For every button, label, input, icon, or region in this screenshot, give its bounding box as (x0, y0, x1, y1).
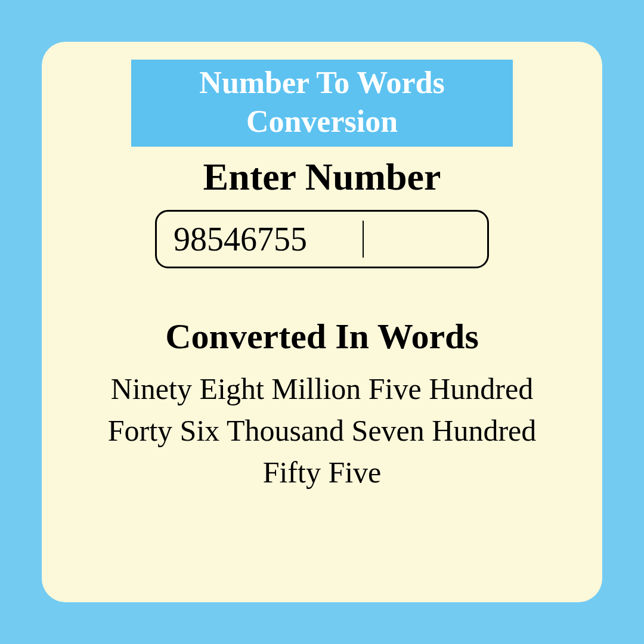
output-label: Converted In Words (165, 316, 479, 357)
input-label: Enter Number (203, 155, 441, 199)
converter-card: Number To Words Conversion Enter Number … (42, 42, 602, 602)
output-words: Ninety Eight Million Five Hundred Forty … (83, 368, 561, 493)
app-title: Number To Words Conversion (131, 60, 513, 147)
input-wrap (155, 210, 489, 268)
text-caret (363, 221, 364, 258)
number-input[interactable] (155, 210, 489, 268)
